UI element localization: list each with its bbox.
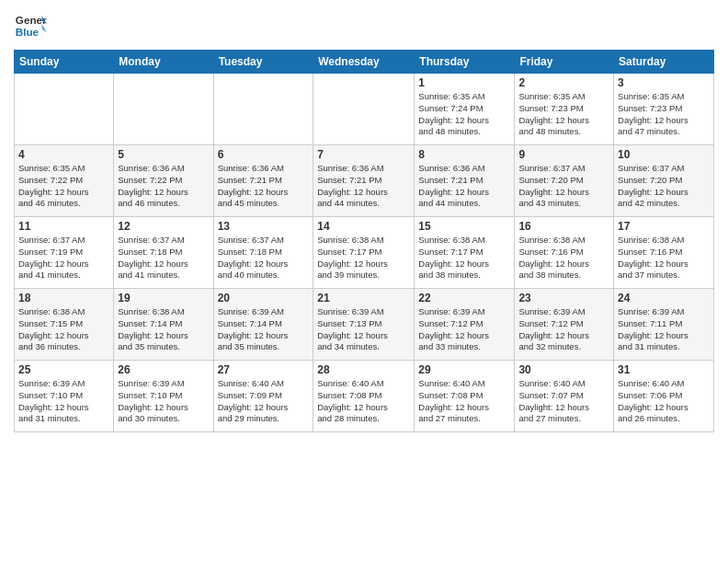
day-number: 1 [418,76,510,89]
calendar-week-4: 18Sunrise: 6:38 AM Sunset: 7:15 PM Dayli… [15,289,714,361]
calendar-cell [114,74,213,145]
weekday-header-wednesday: Wednesday [313,51,415,74]
day-number: 23 [518,292,609,304]
calendar-cell: 30Sunrise: 6:40 AM Sunset: 7:07 PM Dayli… [515,361,614,432]
calendar-cell: 28Sunrise: 6:40 AM Sunset: 7:08 PM Dayli… [313,361,415,432]
day-info: Sunrise: 6:38 AM Sunset: 7:14 PM Dayligh… [118,306,209,353]
calendar-week-5: 25Sunrise: 6:39 AM Sunset: 7:10 PM Dayli… [15,361,714,432]
day-number: 9 [518,148,609,161]
day-number: 4 [18,148,109,161]
calendar-cell: 23Sunrise: 6:39 AM Sunset: 7:12 PM Dayli… [515,289,614,361]
day-number: 22 [418,292,510,304]
calendar-cell: 25Sunrise: 6:39 AM Sunset: 7:10 PM Dayli… [15,361,114,432]
day-info: Sunrise: 6:39 AM Sunset: 7:12 PM Dayligh… [418,306,510,353]
calendar-week-1: 1Sunrise: 6:35 AM Sunset: 7:24 PM Daylig… [15,74,714,145]
calendar-cell: 31Sunrise: 6:40 AM Sunset: 7:06 PM Dayli… [614,361,714,432]
day-number: 11 [18,220,109,233]
day-info: Sunrise: 6:39 AM Sunset: 7:12 PM Dayligh… [518,306,609,353]
weekday-header-saturday: Saturday [614,51,714,74]
day-info: Sunrise: 6:35 AM Sunset: 7:23 PM Dayligh… [618,91,710,138]
calendar-cell: 21Sunrise: 6:39 AM Sunset: 7:13 PM Dayli… [313,289,415,361]
day-info: Sunrise: 6:39 AM Sunset: 7:10 PM Dayligh… [118,378,209,425]
weekday-header-tuesday: Tuesday [213,51,313,74]
day-number: 29 [418,363,510,376]
calendar-cell: 9Sunrise: 6:37 AM Sunset: 7:20 PM Daylig… [515,145,614,217]
calendar-cell: 10Sunrise: 6:37 AM Sunset: 7:20 PM Dayli… [614,145,714,217]
day-info: Sunrise: 6:37 AM Sunset: 7:18 PM Dayligh… [218,235,310,282]
calendar-cell: 27Sunrise: 6:40 AM Sunset: 7:09 PM Dayli… [213,361,313,432]
day-info: Sunrise: 6:37 AM Sunset: 7:20 PM Dayligh… [618,163,710,210]
calendar-week-3: 11Sunrise: 6:37 AM Sunset: 7:19 PM Dayli… [15,217,714,289]
weekday-header-friday: Friday [515,51,614,74]
day-number: 3 [618,76,710,89]
day-info: Sunrise: 6:40 AM Sunset: 7:06 PM Dayligh… [618,378,710,425]
day-number: 25 [18,363,109,376]
day-info: Sunrise: 6:38 AM Sunset: 7:17 PM Dayligh… [317,235,410,282]
day-number: 31 [618,363,710,376]
weekday-header-thursday: Thursday [415,51,515,74]
day-number: 21 [317,292,410,304]
day-info: Sunrise: 6:38 AM Sunset: 7:16 PM Dayligh… [518,235,609,282]
calendar-cell: 18Sunrise: 6:38 AM Sunset: 7:15 PM Dayli… [15,289,114,361]
calendar-cell [213,74,313,145]
weekday-header-row: SundayMondayTuesdayWednesdayThursdayFrid… [15,51,714,74]
day-info: Sunrise: 6:39 AM Sunset: 7:10 PM Dayligh… [18,378,109,425]
day-number: 13 [218,220,310,233]
calendar-week-2: 4Sunrise: 6:35 AM Sunset: 7:22 PM Daylig… [15,145,714,217]
header: General Blue [14,9,714,42]
day-number: 15 [418,220,510,233]
day-number: 5 [118,148,209,161]
day-number: 8 [418,148,510,161]
day-info: Sunrise: 6:36 AM Sunset: 7:21 PM Dayligh… [218,163,310,210]
day-number: 19 [118,292,209,304]
logo: General Blue [14,9,47,42]
day-info: Sunrise: 6:36 AM Sunset: 7:21 PM Dayligh… [317,163,410,210]
day-info: Sunrise: 6:39 AM Sunset: 7:13 PM Dayligh… [317,306,410,353]
calendar-cell: 11Sunrise: 6:37 AM Sunset: 7:19 PM Dayli… [15,217,114,289]
day-number: 24 [618,292,710,304]
day-number: 18 [18,292,109,304]
calendar-cell [313,74,415,145]
calendar-cell [15,74,114,145]
day-info: Sunrise: 6:40 AM Sunset: 7:09 PM Dayligh… [218,378,310,425]
day-info: Sunrise: 6:40 AM Sunset: 7:07 PM Dayligh… [518,378,609,425]
day-number: 7 [317,148,410,161]
day-number: 16 [518,220,609,233]
calendar-cell: 6Sunrise: 6:36 AM Sunset: 7:21 PM Daylig… [213,145,313,217]
calendar-cell: 12Sunrise: 6:37 AM Sunset: 7:18 PM Dayli… [114,217,213,289]
day-info: Sunrise: 6:38 AM Sunset: 7:17 PM Dayligh… [418,235,510,282]
page: General Blue SundayMondayTuesdayWednesda… [0,0,728,442]
day-info: Sunrise: 6:36 AM Sunset: 7:22 PM Dayligh… [118,163,209,210]
calendar-cell: 4Sunrise: 6:35 AM Sunset: 7:22 PM Daylig… [15,145,114,217]
day-number: 28 [317,363,410,376]
calendar-cell: 13Sunrise: 6:37 AM Sunset: 7:18 PM Dayli… [213,217,313,289]
calendar-cell: 2Sunrise: 6:35 AM Sunset: 7:23 PM Daylig… [515,74,614,145]
day-info: Sunrise: 6:40 AM Sunset: 7:08 PM Dayligh… [418,378,510,425]
svg-text:Blue: Blue [16,26,40,38]
day-number: 12 [118,220,209,233]
calendar-cell: 16Sunrise: 6:38 AM Sunset: 7:16 PM Dayli… [515,217,614,289]
day-number: 27 [218,363,310,376]
day-info: Sunrise: 6:36 AM Sunset: 7:21 PM Dayligh… [418,163,510,210]
day-number: 14 [317,220,410,233]
calendar-cell: 7Sunrise: 6:36 AM Sunset: 7:21 PM Daylig… [313,145,415,217]
day-info: Sunrise: 6:37 AM Sunset: 7:18 PM Dayligh… [118,235,209,282]
calendar-cell: 26Sunrise: 6:39 AM Sunset: 7:10 PM Dayli… [114,361,213,432]
calendar-cell: 14Sunrise: 6:38 AM Sunset: 7:17 PM Dayli… [313,217,415,289]
calendar-cell: 1Sunrise: 6:35 AM Sunset: 7:24 PM Daylig… [415,74,515,145]
weekday-header-monday: Monday [114,51,213,74]
day-number: 17 [618,220,710,233]
day-info: Sunrise: 6:39 AM Sunset: 7:14 PM Dayligh… [218,306,310,353]
day-info: Sunrise: 6:35 AM Sunset: 7:24 PM Dayligh… [418,91,510,138]
day-number: 26 [118,363,209,376]
day-number: 10 [618,148,710,161]
calendar-cell: 24Sunrise: 6:39 AM Sunset: 7:11 PM Dayli… [614,289,714,361]
weekday-header-sunday: Sunday [15,51,114,74]
calendar-table: SundayMondayTuesdayWednesdayThursdayFrid… [14,50,714,432]
logo-icon: General Blue [14,9,47,42]
day-number: 20 [218,292,310,304]
day-number: 2 [518,76,609,89]
day-info: Sunrise: 6:38 AM Sunset: 7:16 PM Dayligh… [618,235,710,282]
day-info: Sunrise: 6:35 AM Sunset: 7:22 PM Dayligh… [18,163,109,210]
calendar-cell: 22Sunrise: 6:39 AM Sunset: 7:12 PM Dayli… [415,289,515,361]
